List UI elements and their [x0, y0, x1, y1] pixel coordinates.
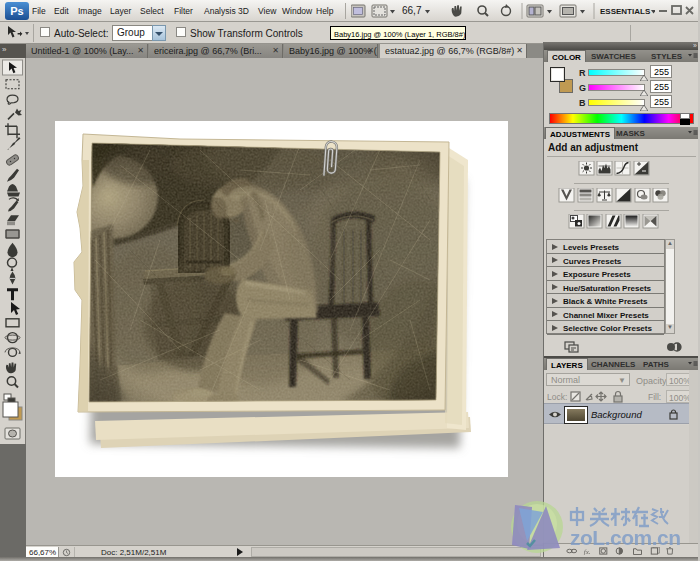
svg-text:ESSENTIALS: ESSENTIALS: [600, 7, 651, 16]
svg-text:66,7: 66,7: [402, 5, 422, 16]
svg-text:zoL.com.cn: zoL.com.cn: [570, 526, 681, 549]
